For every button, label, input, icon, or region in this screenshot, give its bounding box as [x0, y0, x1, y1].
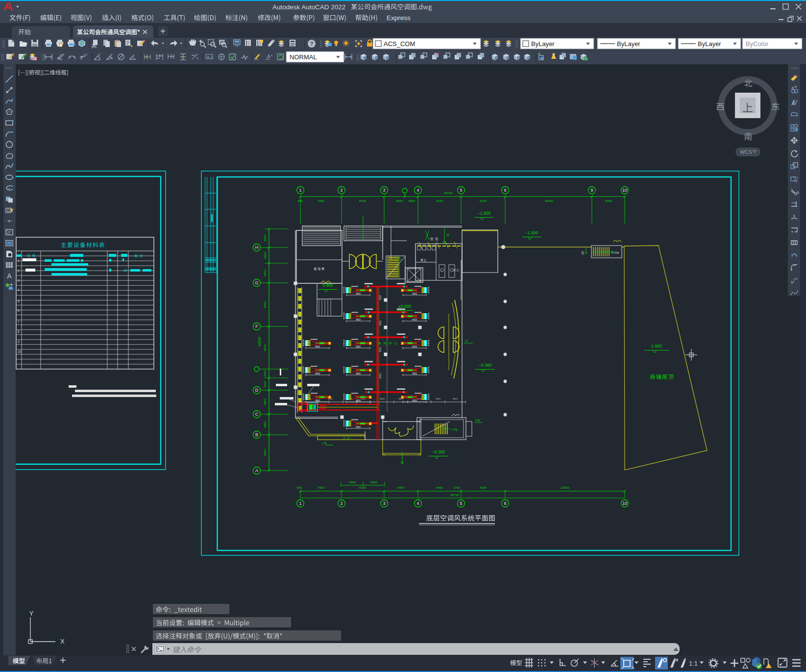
- svg-text:8024: 8024: [453, 398, 458, 400]
- svg-text:坡: 坡: [446, 233, 449, 236]
- svg-text:1700: 1700: [453, 486, 460, 489]
- svg-text:±0.000: ±0.000: [398, 304, 411, 309]
- svg-text:8100: 8100: [359, 199, 366, 202]
- svg-text:8100: 8100: [359, 486, 366, 489]
- svg-text:4000: 4000: [412, 293, 417, 295]
- svg-text:4000: 4000: [412, 319, 417, 321]
- svg-text:4: 4: [416, 188, 419, 193]
- svg-text:16420: 16420: [544, 199, 553, 202]
- svg-text:4200: 4200: [349, 480, 356, 484]
- svg-text:1: 1: [299, 188, 301, 193]
- svg-text:3: 3: [383, 501, 385, 506]
- svg-text:3900: 3900: [370, 480, 377, 484]
- svg-text:6600: 6600: [263, 449, 267, 456]
- svg-text:60720: 60720: [450, 493, 459, 497]
- svg-text:4000: 4000: [263, 270, 267, 276]
- svg-text:5000: 5000: [379, 320, 382, 325]
- svg-text:2: 2: [340, 501, 342, 506]
- svg-text:13步: 13步: [475, 419, 481, 422]
- svg-text:C: C: [255, 412, 259, 417]
- svg-text:4800: 4800: [356, 399, 361, 402]
- svg-text:8: 8: [18, 330, 20, 333]
- svg-text:1: 1: [18, 259, 20, 262]
- svg-text:15: 15: [123, 269, 127, 272]
- svg-text:8400: 8400: [263, 301, 267, 308]
- svg-text:4: 4: [18, 288, 20, 292]
- svg-text:9: 9: [590, 188, 593, 193]
- svg-text:4000: 4000: [412, 373, 417, 375]
- svg-text:4800: 4800: [315, 399, 320, 402]
- svg-text:G: G: [255, 280, 258, 285]
- svg-text:4000: 4000: [356, 426, 361, 428]
- svg-text:5000: 5000: [379, 347, 382, 352]
- svg-text:6000: 6000: [380, 398, 385, 400]
- svg-text:42000: 42000: [258, 337, 261, 347]
- svg-text:6400: 6400: [397, 486, 404, 489]
- svg-text:6: 6: [504, 501, 506, 506]
- svg-text:F: F: [255, 324, 258, 329]
- svg-text:13: 13: [465, 339, 468, 342]
- svg-text:−1.500: −1.500: [478, 211, 491, 216]
- svg-text:7: 7: [18, 320, 20, 324]
- svg-text:3900: 3900: [396, 199, 403, 202]
- svg-text:上12步: 上12步: [611, 251, 619, 254]
- svg-text:60720: 60720: [444, 191, 453, 195]
- svg-text:1.800: 1.800: [651, 344, 662, 348]
- svg-text:4800: 4800: [356, 293, 361, 295]
- svg-text:125: 125: [582, 251, 584, 255]
- svg-text:3: 3: [383, 188, 385, 193]
- svg-text:6000: 6000: [605, 199, 612, 202]
- svg-text:3900: 3900: [263, 421, 267, 428]
- svg-text:4800: 4800: [356, 319, 361, 321]
- svg-text:4800: 4800: [315, 373, 320, 375]
- svg-text:7600: 7600: [318, 199, 324, 202]
- svg-text:7600: 7600: [318, 486, 324, 489]
- svg-text:0.800: 0.800: [322, 283, 333, 288]
- svg-text:8100: 8100: [480, 199, 487, 202]
- svg-text:1:1: 1:1: [689, 660, 698, 667]
- svg-text:5: 5: [460, 188, 462, 193]
- svg-text:10: 10: [18, 350, 22, 353]
- svg-text:6: 6: [18, 309, 20, 312]
- svg-text:D: D: [255, 388, 259, 393]
- svg-text:A: A: [255, 468, 258, 473]
- svg-text:5: 5: [460, 501, 462, 506]
- svg-text:6: 6: [504, 188, 506, 193]
- svg-text:6400: 6400: [436, 486, 443, 489]
- svg-text:4800: 4800: [356, 346, 361, 348]
- svg-text:5: 5: [18, 299, 20, 303]
- svg-text:1: 1: [299, 501, 301, 506]
- svg-text:2000: 2000: [263, 381, 267, 388]
- svg-text:5000: 5000: [379, 373, 382, 378]
- svg-text:4000: 4000: [436, 398, 440, 400]
- svg-text:8100: 8100: [436, 199, 443, 202]
- svg-text:WCS: WCS: [740, 149, 752, 155]
- svg-text:4800: 4800: [315, 346, 320, 348]
- svg-text:2600: 2600: [263, 252, 267, 259]
- svg-text:10: 10: [622, 501, 627, 506]
- svg-text:5000: 5000: [379, 295, 382, 300]
- svg-text:4000: 4000: [412, 399, 417, 402]
- svg-text:2: 2: [340, 188, 342, 193]
- svg-text:H: H: [255, 245, 259, 250]
- svg-text:8000: 8000: [263, 344, 267, 351]
- svg-text:4000: 4000: [412, 346, 417, 348]
- svg-text:2500: 2500: [408, 199, 415, 202]
- svg-text:2: 2: [18, 269, 20, 273]
- svg-text:4800: 4800: [356, 373, 361, 375]
- svg-text:9: 9: [18, 340, 20, 344]
- svg-text:4500: 4500: [263, 398, 267, 405]
- svg-text:8100: 8100: [480, 486, 487, 489]
- svg-text:22420: 22420: [561, 486, 569, 489]
- svg-text:上30步: 上30步: [450, 428, 458, 431]
- svg-text:10: 10: [622, 188, 627, 193]
- svg-text:B: B: [255, 432, 258, 437]
- svg-text:3200: 3200: [263, 235, 267, 242]
- svg-text:2000: 2000: [263, 370, 267, 377]
- svg-text:−0.360: −0.360: [432, 449, 445, 454]
- svg-text:3: 3: [18, 279, 20, 282]
- svg-text:−1.500: −1.500: [525, 230, 538, 235]
- svg-text:−0.360: −0.360: [479, 363, 492, 368]
- svg-text:800: 800: [298, 199, 303, 202]
- svg-text:4: 4: [416, 501, 419, 506]
